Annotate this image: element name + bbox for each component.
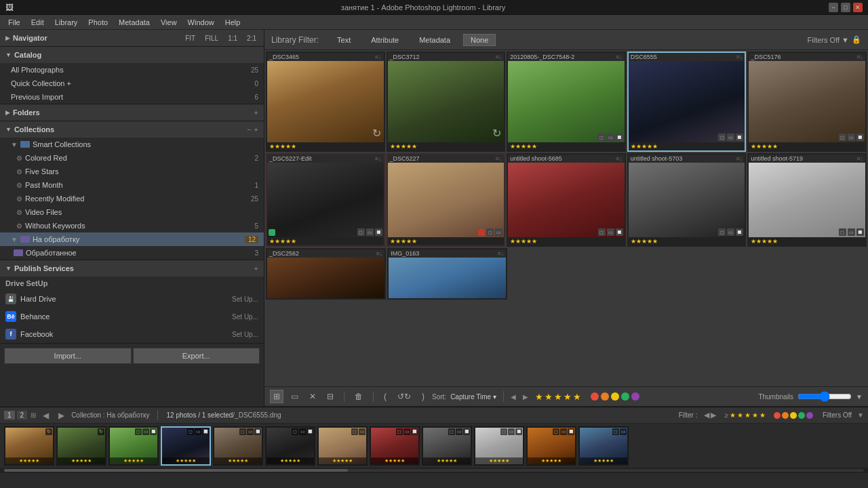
export-button[interactable]: Export... <box>133 348 260 364</box>
smart-past-month[interactable]: ⚙ Past Month 1 <box>0 178 264 192</box>
fc-purple[interactable] <box>806 412 813 419</box>
collection-na-obrabotku[interactable]: ▼ На обработку 12 <box>0 232 264 246</box>
cell-menu-icon[interactable]: ≡↓ <box>375 155 382 162</box>
smart-video-files[interactable]: ⚙ Video Files <box>0 205 264 219</box>
nav-right-btn[interactable]: ▶ <box>523 393 528 401</box>
import-button[interactable]: Import... <box>4 348 132 364</box>
sort-value[interactable]: Capture Time ▾ <box>450 393 496 401</box>
menu-library[interactable]: Library <box>50 17 83 28</box>
photo-cell-shoot-5703[interactable]: untitled shoot-5703 ≡↓ ◻ ▭ 🔲 ★★★★★ <box>627 153 747 247</box>
photo-cell-img0163[interactable]: IMG_0163 ≡↓ <box>387 248 507 300</box>
star5[interactable]: ★ <box>573 392 581 402</box>
star3[interactable]: ★ <box>554 392 562 402</box>
filter-none-btn[interactable]: None <box>463 34 496 46</box>
menu-photo[interactable]: Photo <box>83 17 113 28</box>
collections-add-icon[interactable]: + <box>254 125 258 134</box>
smart-five-stars[interactable]: ⚙ Five Stars <box>0 165 264 178</box>
page-1-btn[interactable]: 1 <box>4 411 15 420</box>
cell-menu-icon[interactable]: ≡↓ <box>736 54 743 60</box>
star2[interactable]: ★ <box>545 392 553 402</box>
cell-menu-icon[interactable]: ≡↓ <box>616 155 623 162</box>
fc-yellow[interactable] <box>790 412 797 419</box>
photo-cell-dsc2562[interactable]: _DSC2562 ≡↓ <box>266 248 386 300</box>
filmstrip-filters-off[interactable]: Filters Off <box>823 411 852 419</box>
color-green[interactable] <box>621 392 629 401</box>
page-2-btn[interactable]: 2 <box>17 411 28 420</box>
service-hard-drive[interactable]: 💾 Hard Drive Set Up... <box>0 290 264 308</box>
film-photo-11[interactable]: ◻▭🔲 ★★★★★ <box>526 426 576 466</box>
filter-right-arrow[interactable]: ▶ <box>711 411 716 420</box>
facebook-setup[interactable]: Set Up... <box>232 331 258 338</box>
nav-left-btn[interactable]: ◀ <box>511 393 516 401</box>
fs4[interactable]: ★ <box>752 411 758 419</box>
publish-services-header[interactable]: ▼ Publish Services + <box>0 260 264 277</box>
cell-menu-icon[interactable]: ≡↓ <box>856 54 863 60</box>
nav-fill[interactable]: FILL <box>203 34 220 43</box>
nav-fit[interactable]: FIT <box>183 34 197 43</box>
minimize-button[interactable]: − <box>829 3 838 12</box>
scrollbar-thumb[interactable] <box>4 469 348 472</box>
filmstrip-nav-right[interactable]: ▶ <box>58 411 64 420</box>
catalog-quick-collection[interactable]: Quick Collection + 0 <box>0 77 264 90</box>
cell-menu-icon[interactable]: ≡↓ <box>495 54 502 60</box>
cell-menu-icon[interactable]: ≡↓ <box>375 54 382 60</box>
photo-cell-shoot-5719[interactable]: untitled shoot-5719 ≡↓ ◻ ▭ 🔲 ★★★★★ <box>747 153 867 247</box>
smart-collections-group[interactable]: ▼ Smart Collections <box>0 138 264 151</box>
close-button[interactable]: ✕ <box>853 3 863 12</box>
fs3[interactable]: ★ <box>745 411 751 419</box>
thumbs-dropdown[interactable]: ▼ <box>856 393 863 401</box>
delete-btn[interactable]: 🗑 <box>351 390 366 403</box>
cell-menu-icon[interactable]: ≡↓ <box>376 250 382 257</box>
film-photo-9[interactable]: ◻▭🔲 ★★★★★ <box>422 426 472 466</box>
fs1[interactable]: ★ <box>730 411 736 419</box>
color-purple[interactable] <box>631 392 639 401</box>
film-photo-6[interactable]: ◻▭🔲 ★★★★★ <box>265 426 315 466</box>
navigator-header[interactable]: ▶ Navigator FIT FILL 1:1 2:1 <box>0 30 264 46</box>
fc-red[interactable] <box>774 412 781 419</box>
color-yellow[interactable] <box>611 392 619 401</box>
grid-view-icon[interactable]: ⊞ <box>31 411 36 419</box>
publish-add-icon[interactable]: + <box>254 264 258 272</box>
photo-cell-dsc5227[interactable]: _DSC5227 ≡↓ ◻ ▭ ★★★★★ <box>387 153 506 247</box>
collection-obrabotannoe[interactable]: Обработанное 3 <box>0 246 264 260</box>
collections-minus-icon[interactable]: − <box>247 125 251 134</box>
fs5[interactable]: ★ <box>760 411 766 419</box>
rotate-left-btn[interactable]: ( <box>380 390 390 403</box>
color-red[interactable] <box>591 392 599 401</box>
filmstrip-nav-left[interactable]: ◀ <box>43 411 49 420</box>
film-photo-5[interactable]: ◻▭🔲 ★★★★★ <box>213 426 263 466</box>
photo-cell-dsc3712[interactable]: _DSC3712 ≡↓ ↻ ★★★★★ <box>387 52 506 152</box>
maximize-button[interactable]: □ <box>841 3 850 12</box>
smart-recently-modified[interactable]: ⚙ Recently Modified 25 <box>0 192 264 205</box>
filters-off-toggle[interactable]: Filters Off ▼ 🔒 <box>808 35 861 44</box>
view-loupe-btn[interactable]: ▭ <box>288 390 302 403</box>
photo-cell-dsc7548[interactable]: 20120805-_DSC7548-2 ≡↓ ◻ ▭ 🔲 ★★★★★ <box>507 52 626 152</box>
view-grid-btn[interactable]: ⊞ <box>270 390 283 403</box>
service-facebook[interactable]: f Facebook Set Up... <box>0 325 264 343</box>
film-photo-2[interactable]: ↻ ★★★★★ <box>56 426 106 466</box>
catalog-header[interactable]: ▼ Catalog <box>0 47 264 63</box>
cell-menu-icon[interactable]: ≡↓ <box>495 155 502 162</box>
photo-cell-dsc5227-edit[interactable]: _DSC5227-Edit ≡↓ ◻ ▭ 🔲 ★★★★★ <box>266 153 385 247</box>
folders-add-icon[interactable]: + <box>254 108 258 117</box>
hard-drive-setup[interactable]: Set Up... <box>232 296 258 303</box>
catalog-all-photos[interactable]: All Photographs 25 <box>0 63 264 77</box>
color-orange[interactable] <box>601 392 609 401</box>
photo-cell-dsc5176[interactable]: _DSC5176 ≡↓ ◻ ▭ 🔲 ★★★★★ <box>747 52 867 152</box>
view-survey-btn[interactable]: ⊟ <box>323 390 337 403</box>
photo-cell-shoot-5685[interactable]: untitled shoot-5685 ≡↓ ◻ ▭ 🔲 ★★★★★ <box>507 153 626 247</box>
cell-menu-icon[interactable]: ≡↓ <box>498 250 505 257</box>
thumbs-slider[interactable] <box>797 391 852 402</box>
catalog-previous-import[interactable]: Previous Import 6 <box>0 90 264 104</box>
fc-orange[interactable] <box>782 412 789 419</box>
rotate-right-btn[interactable]: ) <box>418 390 428 403</box>
menu-window[interactable]: Window <box>182 17 220 28</box>
star1[interactable]: ★ <box>535 392 543 402</box>
filter-attribute-btn[interactable]: Attribute <box>363 34 406 46</box>
smart-without-keywords[interactable]: ⚙ Without Keywords 5 <box>0 219 264 232</box>
cell-menu-icon[interactable]: ≡↓ <box>736 155 743 162</box>
behance-setup[interactable]: Set Up... <box>232 313 258 321</box>
menu-edit[interactable]: Edit <box>26 17 50 28</box>
film-photo-10[interactable]: ◻▭🔲 ★★★★★ <box>474 426 524 466</box>
star4[interactable]: ★ <box>564 392 572 402</box>
